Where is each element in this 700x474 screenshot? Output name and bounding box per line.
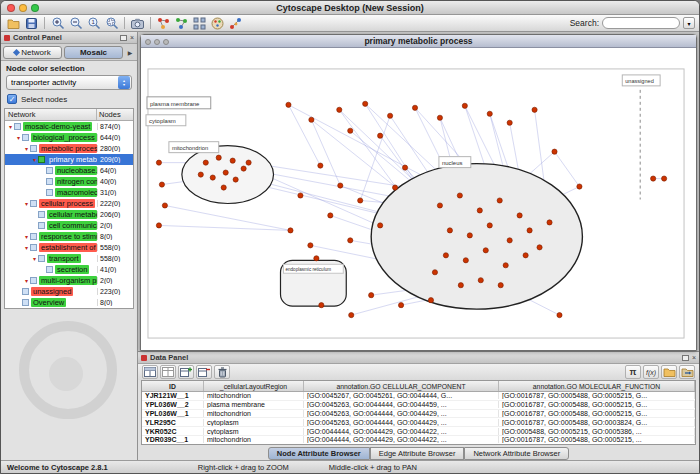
zoom-actual-button[interactable]: 1 <box>85 16 102 31</box>
table-cell[interactable]: cytoplasm <box>204 428 304 435</box>
search-input[interactable] <box>602 17 680 29</box>
tree-row-overview[interactable]: Overview8(0) <box>5 297 133 308</box>
network-node[interactable] <box>328 213 333 218</box>
tab-network[interactable]: Network <box>3 46 62 59</box>
search-options-button[interactable]: ▾ <box>683 17 695 29</box>
new-attribute-button[interactable] <box>178 365 194 379</box>
first-neighbors-button[interactable] <box>155 16 172 31</box>
zoom-fit-button[interactable] <box>103 16 120 31</box>
network-node[interactable] <box>458 283 463 288</box>
zoom-in-button[interactable] <box>49 16 66 31</box>
network-node[interactable] <box>507 120 512 125</box>
table-cell[interactable]: YPL036W__1 <box>142 410 204 417</box>
network-node[interactable] <box>523 253 528 258</box>
import-attributes-button[interactable] <box>661 365 677 379</box>
network-node[interactable] <box>443 253 448 258</box>
network-node[interactable] <box>483 248 488 253</box>
inner-maximize-icon[interactable] <box>163 39 169 45</box>
close-panel-icon[interactable]: × <box>130 34 134 41</box>
select-attributes-button[interactable] <box>142 365 158 379</box>
tab-mosaic[interactable]: Mosaic <box>64 46 123 59</box>
tree-row-primary-metab[interactable]: ▾primary metab...209(0) <box>5 154 133 165</box>
expand-arrow-icon[interactable]: ▾ <box>7 123 14 130</box>
network-node[interactable] <box>437 203 442 208</box>
network-node[interactable] <box>552 149 557 154</box>
network-node[interactable] <box>497 198 502 203</box>
pi-function-button[interactable]: π <box>625 365 641 379</box>
plugin-manager-button[interactable] <box>227 16 244 31</box>
network-node[interactable] <box>527 228 532 233</box>
network-node[interactable] <box>432 270 437 275</box>
table-row[interactable]: YPL036W__1mitochondrion[GO:0045263, GO:0… <box>142 410 695 419</box>
network-node[interactable] <box>651 176 656 181</box>
tree-row-cellular-metabo[interactable]: cellular metabo...206(0) <box>5 209 133 220</box>
network-view-titlebar[interactable]: primary metabolic process <box>141 35 696 48</box>
table-cell[interactable]: [GO:0016787, GO:0005488, GO:0005215, ... <box>499 436 695 443</box>
network-node[interactable] <box>503 263 508 268</box>
network-canvas-svg[interactable]: plasma membrane cytoplasm mitochondrion <box>141 48 696 350</box>
save-session-button[interactable] <box>23 16 40 31</box>
table-row[interactable]: YDR039C__1mitochondrion[GO:0044444, GO:0… <box>142 436 695 444</box>
inner-minimize-icon[interactable] <box>154 39 160 45</box>
network-node[interactable] <box>369 293 374 298</box>
open-session-button[interactable] <box>5 16 22 31</box>
network-node[interactable] <box>662 176 667 181</box>
tree-row-transport[interactable]: ▾transport558(0) <box>5 253 133 264</box>
network-node[interactable] <box>517 213 522 218</box>
table-cell[interactable]: [GO:0045263, GO:0044444, GO:0044429, ... <box>304 410 499 417</box>
network-node[interactable] <box>378 223 383 228</box>
zoom-window-icon[interactable] <box>31 4 39 12</box>
network-node[interactable] <box>309 117 314 122</box>
color-attribute-select[interactable]: transporter activity ▴▾ <box>6 75 132 90</box>
network-node[interactable] <box>577 184 582 189</box>
table-cell[interactable]: YKR052C <box>142 428 204 435</box>
network-canvas[interactable]: plasma membrane cytoplasm mitochondrion <box>141 48 696 350</box>
network-node[interactable] <box>447 228 452 233</box>
expand-arrow-icon[interactable]: ▾ <box>23 200 30 207</box>
network-node[interactable] <box>286 102 291 107</box>
network-edge[interactable] <box>555 152 580 187</box>
column-header-region[interactable]: _cellularLayoutRegion <box>204 381 304 391</box>
network-node[interactable] <box>363 101 368 106</box>
expand-arrow-icon[interactable]: ▾ <box>23 233 30 240</box>
inner-close-icon[interactable] <box>145 39 151 45</box>
table-cell[interactable]: [GO:0044444, GO:0044429, GO:0044422, ... <box>304 436 499 443</box>
tree-row-cell-communicat[interactable]: cell communicat...2(0) <box>5 220 133 231</box>
table-row[interactable]: YJR121W__1mitochondrion[GO:0045267, GO:0… <box>142 392 695 401</box>
network-node[interactable] <box>241 166 246 171</box>
select-nodes-checkbox[interactable]: ✓ <box>7 94 17 104</box>
network-node[interactable] <box>348 238 353 243</box>
network-node[interactable] <box>498 283 503 288</box>
network-node[interactable] <box>412 105 417 110</box>
column-header-id[interactable]: ID <box>142 381 204 391</box>
network-node[interactable] <box>457 193 462 198</box>
network-node[interactable] <box>378 133 383 138</box>
more-tabs-button[interactable]: ▶ <box>125 49 135 56</box>
tree-row-biological-process[interactable]: ▾biological_process644(0) <box>5 132 133 143</box>
expand-arrow-icon[interactable]: ▾ <box>23 244 30 251</box>
tree-row-nucleobase[interactable]: nucleobase...64(0) <box>5 165 133 176</box>
tree-row-macromolecule[interactable]: macromolecule...31(0) <box>5 187 133 198</box>
network-node[interactable] <box>547 220 552 225</box>
vizmapper-button[interactable] <box>209 16 226 31</box>
column-header-cellular-component[interactable]: annotation.GO CELLULAR_COMPONENT <box>304 381 499 391</box>
table-row[interactable]: YPL036W__2plasma membrane[GO:0045263, GO… <box>142 401 695 410</box>
network-node[interactable] <box>398 303 403 308</box>
expand-arrow-icon[interactable]: ▾ <box>15 134 22 141</box>
network-node[interactable] <box>162 203 167 208</box>
tree-row-unassigned[interactable]: unassigned223(0) <box>5 286 133 297</box>
snapshot-button[interactable] <box>129 16 146 31</box>
network-node[interactable] <box>337 107 342 112</box>
network-node[interactable] <box>223 170 228 175</box>
table-cell[interactable]: plasma membrane <box>204 401 304 408</box>
table-cell[interactable]: [GO:0016787, GO:0005488, GO:0005215, G..… <box>499 410 695 417</box>
table-cell[interactable]: [GO:0045263, GO:0044444, GO:0044429, ... <box>304 419 499 426</box>
tab-network-attribute-browser[interactable]: Network Attribute Browser <box>464 447 569 460</box>
window-titlebar[interactable]: Cytoscape Desktop (New Session) <box>1 1 699 15</box>
network-node[interactable] <box>487 111 492 116</box>
network-node[interactable] <box>388 113 393 118</box>
table-cell[interactable]: mitochondrion <box>204 410 304 417</box>
table-cell[interactable]: YLR295C <box>142 419 204 426</box>
network-node[interactable] <box>230 158 235 163</box>
delete-attribute-button[interactable] <box>196 365 212 379</box>
